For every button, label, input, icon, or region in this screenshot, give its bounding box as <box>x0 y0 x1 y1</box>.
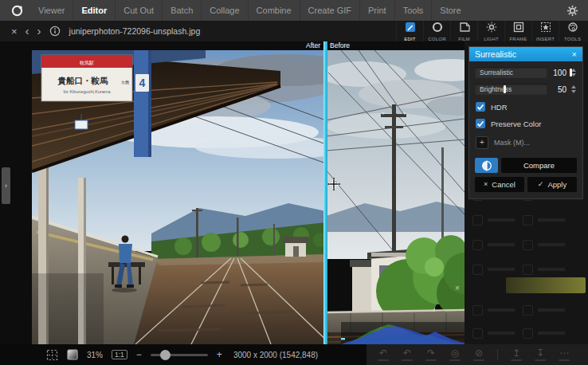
menu-item-tools[interactable]: Tools <box>394 0 432 21</box>
rgb-histogram <box>341 322 465 344</box>
tab-tools[interactable]: TOOLS <box>559 21 586 41</box>
settings-gear-icon[interactable] <box>566 5 578 17</box>
disabled-tool-icon <box>523 240 533 250</box>
tab-edit[interactable]: EDIT <box>396 21 423 41</box>
left-panel-collapse-handle[interactable]: › <box>2 167 10 204</box>
zoom-slider[interactable] <box>151 354 208 356</box>
disabled-tool-row <box>465 265 588 274</box>
after-label: After <box>279 41 320 50</box>
more-actions-icon: ⋯ <box>559 348 570 361</box>
before-after-toggle-icon[interactable] <box>67 349 78 360</box>
tab-frame-label: FRAME <box>510 37 527 41</box>
brightness-slider[interactable]: Brightness <box>475 84 547 95</box>
surrealistic-value: 100 <box>551 69 566 77</box>
panel-actions: × Cancel ✓ Apply <box>475 177 577 192</box>
disabled-tool-row <box>465 328 588 338</box>
menu-item-collage[interactable]: Collage <box>201 0 247 21</box>
disabled-tool-label <box>538 243 565 246</box>
info-icon[interactable] <box>49 26 61 37</box>
actual-size-button[interactable]: 1:1 <box>112 350 127 360</box>
disabled-tool-label <box>488 243 515 246</box>
hdr-checkbox[interactable] <box>476 102 485 112</box>
split-compare-icon[interactable] <box>475 158 498 173</box>
tab-insert-label: INSERT <box>536 37 555 41</box>
disabled-tool-icon <box>472 215 483 226</box>
before-after-divider[interactable] <box>323 41 327 344</box>
brightness-value: 50 <box>551 85 566 94</box>
trackside-hut <box>283 237 308 257</box>
document-toolbar: × ‹ › juniperphoton-722096-unsplash.jpg … <box>0 21 588 41</box>
preserve-color-checkbox[interactable] <box>476 119 485 128</box>
app-logo-icon[interactable] <box>10 4 24 18</box>
tab-color[interactable]: COLOR <box>423 21 450 41</box>
cancel-button[interactable]: × Cancel <box>475 177 524 192</box>
tab-insert[interactable]: INSERT <box>531 21 559 41</box>
menu-item-creategif[interactable]: Create GIF <box>300 0 359 21</box>
mask-label[interactable]: Mask (M)... <box>494 139 530 147</box>
brightness-slider-label: Brightness <box>480 85 512 93</box>
transform-grid-icon[interactable] <box>46 349 58 361</box>
compare-row: Compare <box>475 158 577 173</box>
menu-item-store[interactable]: Store <box>431 0 468 21</box>
disabled-tool-label <box>538 332 565 335</box>
palette-icon <box>566 22 579 36</box>
tab-film[interactable]: FILM <box>450 21 477 41</box>
tab-edit-label: EDIT <box>404 37 415 41</box>
star-insert-icon <box>539 22 552 36</box>
dimmed-action-bar: ↶ ↶ ↷ ◎ ⊘ ↥ ↧ ⋯ <box>367 344 588 365</box>
reset-icon: ⊘ <box>473 348 484 361</box>
mask-add-icon[interactable]: + <box>476 136 488 149</box>
export-icon: ↥ <box>511 348 522 361</box>
menu-item-editor[interactable]: Editor <box>73 0 115 21</box>
menu-item-cutout[interactable]: Cut Out <box>115 0 162 21</box>
disabled-tool-label <box>538 268 565 271</box>
disabled-tool-label <box>488 218 515 222</box>
tab-light[interactable]: LIGHT <box>477 21 504 41</box>
brightness-spinner[interactable] <box>570 85 577 93</box>
forward-icon[interactable]: › <box>37 25 41 37</box>
disabled-tool-icon <box>523 305 533 316</box>
station-sign: 鞍馬駅 貴船口・鞍馬 方面 for Kibuneguchi,Kurama <box>41 55 132 101</box>
menu-item-print[interactable]: Print <box>359 0 394 21</box>
brightness-slider-thumb[interactable] <box>504 85 506 93</box>
before-image-side <box>319 50 465 344</box>
menu-item-combine[interactable]: Combine <box>248 0 300 21</box>
apply-button[interactable]: ✓ Apply <box>527 177 577 192</box>
undo-icon: ↶ <box>378 348 389 361</box>
document-controls: × ‹ › juniperphoton-722096-unsplash.jpg <box>11 26 200 37</box>
zoom-out-icon[interactable]: − <box>136 350 142 359</box>
image-canvas[interactable]: 4 鞍馬駅 貴船口・鞍馬 方面 for Kibuneguchi,Kurama <box>32 50 465 344</box>
cancel-label: Cancel <box>492 180 515 189</box>
tab-frame[interactable]: FRAME <box>504 21 531 41</box>
preserve-color-checkbox-row: Preserve Color <box>476 119 577 128</box>
menu-item-viewer[interactable]: Viewer <box>30 0 73 21</box>
tab-color-label: COLOR <box>428 37 445 41</box>
disabled-tool-icon <box>523 328 533 339</box>
panel-close-icon[interactable]: × <box>572 50 577 59</box>
surrealistic-effect-panel: Surrealistic × Surrealistic 100 Brightne… <box>468 46 583 199</box>
surrealistic-slider[interactable]: Surrealistic <box>475 67 547 78</box>
canvas-close-icon[interactable]: × <box>455 285 460 292</box>
apply-check-icon: ✓ <box>538 181 544 188</box>
disabled-tool-icon <box>523 265 533 275</box>
disabled-tool-icon <box>472 240 483 250</box>
disabled-tool-label <box>538 218 565 222</box>
compare-button[interactable]: Compare <box>501 158 577 173</box>
redo-icon: ↷ <box>425 348 437 361</box>
history-icon: ◎ <box>449 348 461 361</box>
disabled-tool-icon <box>472 305 483 316</box>
sign-romaji-text: for Kibuneguchi,Kurama <box>63 89 111 94</box>
sign-header-text: 鞍馬駅 <box>80 60 94 65</box>
brightness-slider-row: Brightness 50 <box>475 84 577 95</box>
close-document-icon[interactable]: × <box>11 26 18 37</box>
disabled-tool-icon <box>472 265 483 275</box>
surrealistic-slider-thumb[interactable] <box>570 69 572 77</box>
image-dimensions-label: 3000 x 2000 (1542,848) <box>233 351 318 359</box>
menu-item-batch[interactable]: Batch <box>162 0 201 21</box>
tab-light-label: LIGHT <box>484 37 499 41</box>
zoom-slider-thumb[interactable] <box>160 350 171 360</box>
film-icon <box>458 22 471 36</box>
back-icon[interactable]: ‹ <box>25 25 29 37</box>
zoom-in-icon[interactable]: + <box>217 350 222 359</box>
platform-number: 4 <box>139 77 146 89</box>
